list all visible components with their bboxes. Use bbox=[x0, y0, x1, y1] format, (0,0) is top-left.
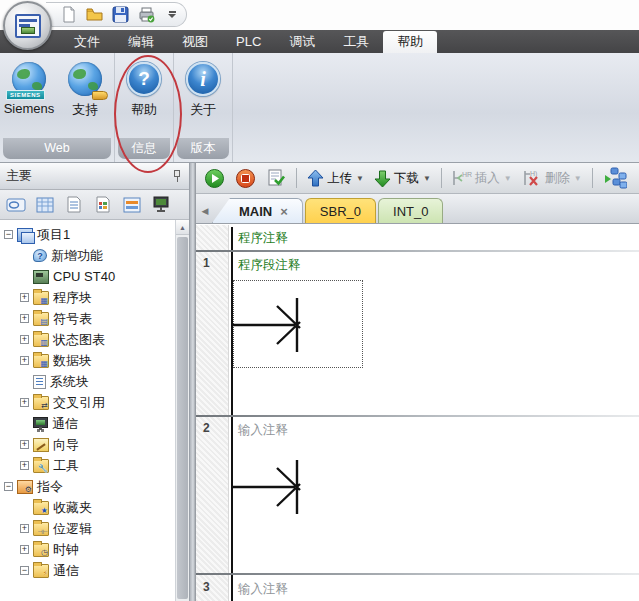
title-bar bbox=[0, 0, 639, 30]
communications-icon bbox=[33, 417, 48, 428]
tab-plc[interactable]: PLC bbox=[222, 30, 275, 53]
tree-item-project[interactable]: −项目1 bbox=[0, 224, 176, 245]
expander-icon[interactable]: − bbox=[4, 230, 13, 239]
tab-main[interactable]: MAIN × bbox=[212, 198, 303, 223]
tree-item-whats-new[interactable]: ?新增功能 bbox=[0, 245, 176, 266]
expander-icon[interactable]: + bbox=[20, 356, 29, 365]
editor-pane: 上传 ▼ 下载 ▼ HR 插入 ▼ H) 删除 ▼ bbox=[196, 163, 639, 601]
compile-button[interactable] bbox=[264, 167, 288, 189]
print-icon[interactable] bbox=[138, 6, 155, 23]
tree-item-system-block[interactable]: 系统块 bbox=[0, 371, 176, 392]
tree-item-bit-logic[interactable]: +⊣⊢位逻辑 bbox=[0, 518, 176, 539]
system-block-icon bbox=[33, 375, 46, 389]
status-chart-folder-icon: ▥ bbox=[33, 333, 49, 347]
data-block-view-icon[interactable] bbox=[91, 194, 115, 216]
siemens-web-button[interactable]: SIEMENS Siemens bbox=[2, 55, 56, 136]
new-file-icon[interactable] bbox=[60, 6, 77, 23]
tab-debug[interactable]: 调试 bbox=[275, 30, 329, 53]
pin-icon[interactable] bbox=[171, 169, 183, 183]
tab-int0[interactable]: INT_0 bbox=[378, 198, 443, 223]
data-block-folder-icon: ▦ bbox=[33, 354, 49, 368]
expander-icon[interactable]: − bbox=[4, 482, 13, 491]
application-menu-button[interactable] bbox=[3, 1, 52, 50]
scroll-up-icon[interactable]: ▲ bbox=[176, 220, 189, 235]
close-tab-icon[interactable]: × bbox=[280, 204, 288, 219]
svg-text:HR: HR bbox=[462, 171, 472, 178]
download-button[interactable]: 下载 ▼ bbox=[372, 168, 433, 189]
expander-icon[interactable]: + bbox=[20, 335, 29, 344]
network-overview-button[interactable] bbox=[601, 166, 629, 190]
ladder-cursor-arrow[interactable] bbox=[233, 294, 311, 356]
network-number-gutter bbox=[196, 225, 229, 601]
tree-item-clock[interactable]: +◷时钟 bbox=[0, 539, 176, 560]
expander-icon[interactable]: + bbox=[20, 314, 29, 323]
tree-item-instructions[interactable]: −⚙指令 bbox=[0, 476, 176, 497]
status-chart-view-icon[interactable] bbox=[62, 194, 86, 216]
compile-icon bbox=[266, 168, 286, 188]
tree-item-cross-reference[interactable]: +⇄交叉引用 bbox=[0, 392, 176, 413]
delete-network-button[interactable]: H) 删除 ▼ bbox=[520, 168, 584, 188]
tab-sbr0[interactable]: SBR_0 bbox=[305, 198, 376, 223]
expander-icon[interactable]: − bbox=[20, 566, 29, 575]
tools-folder-icon: 🔧 bbox=[33, 459, 49, 473]
ladder-editor[interactable]: 程序注释 1 程序段注释 2 输入注释 3 输入注释 bbox=[196, 225, 639, 601]
expander-icon[interactable]: + bbox=[20, 440, 29, 449]
tab-view[interactable]: 视图 bbox=[168, 30, 222, 53]
scrollbar-thumb[interactable] bbox=[177, 237, 188, 599]
about-button[interactable]: i 关于 bbox=[176, 55, 230, 136]
ribbon-group-version: i 关于 版本 bbox=[174, 53, 233, 162]
run-icon bbox=[204, 168, 225, 189]
expander-icon[interactable]: + bbox=[20, 545, 29, 554]
tree-item-cpu[interactable]: CPU ST40 bbox=[0, 266, 176, 287]
symbol-table-folder-icon: ▤ bbox=[33, 312, 49, 326]
stop-button[interactable] bbox=[233, 167, 258, 190]
tab-scroll-left-icon[interactable]: ◀ bbox=[198, 199, 212, 223]
tree-item-symbol-table[interactable]: +▤符号表 bbox=[0, 308, 176, 329]
upload-button[interactable]: 上传 ▼ bbox=[305, 168, 366, 189]
upload-dropdown-icon[interactable]: ▼ bbox=[356, 174, 364, 183]
ladder-cursor-arrow[interactable] bbox=[233, 456, 311, 518]
customize-quick-access-icon[interactable] bbox=[168, 11, 176, 18]
tree-item-data-block[interactable]: +▦数据块 bbox=[0, 350, 176, 371]
expander-icon[interactable]: + bbox=[20, 398, 29, 407]
help-button[interactable]: ? 帮助 bbox=[117, 55, 171, 136]
insert-network-icon: HR bbox=[452, 169, 472, 187]
cross-reference-view-icon[interactable] bbox=[120, 194, 144, 216]
download-dropdown-icon[interactable]: ▼ bbox=[423, 174, 431, 183]
program-editor-view-icon[interactable] bbox=[4, 194, 28, 216]
program-comment[interactable]: 程序注释 bbox=[238, 230, 288, 247]
network-2-comment[interactable]: 输入注释 bbox=[238, 422, 288, 439]
tree-item-comm-instructions[interactable]: −⚡通信 bbox=[0, 560, 176, 581]
tree-item-tools[interactable]: +🔧工具 bbox=[0, 455, 176, 476]
save-icon[interactable] bbox=[112, 6, 129, 23]
tree-item-status-chart[interactable]: +▥状态图表 bbox=[0, 329, 176, 350]
tree-item-wizards[interactable]: +向导 bbox=[0, 434, 176, 455]
ribbon-group-web: SIEMENS Siemens 支持 Web bbox=[0, 53, 115, 162]
siemens-globe-icon: SIEMENS bbox=[12, 62, 46, 96]
tab-file[interactable]: 文件 bbox=[60, 30, 114, 53]
run-button[interactable] bbox=[202, 167, 227, 190]
tree-item-communications[interactable]: 通信 bbox=[0, 413, 176, 434]
expander-icon[interactable]: + bbox=[20, 461, 29, 470]
wizard-icon bbox=[33, 438, 49, 452]
tree-item-favorites[interactable]: ★收藏夹 bbox=[0, 497, 176, 518]
insert-network-button[interactable]: HR 插入 ▼ bbox=[450, 168, 514, 188]
project-tree-panel: 主要 −项目1 ?新增功能 CPU ST40 +▦程序块 +▤符号表 +▥状态图… bbox=[0, 163, 190, 601]
network-1-comment[interactable]: 程序段注释 bbox=[238, 257, 301, 274]
open-file-icon[interactable] bbox=[86, 6, 103, 23]
support-button[interactable]: 支持 bbox=[58, 55, 112, 136]
tree-item-program-block[interactable]: +▦程序块 bbox=[0, 287, 176, 308]
ribbon-tab-bar: 文件 编辑 视图 PLC 调试 工具 帮助 bbox=[0, 30, 639, 53]
expander-icon[interactable]: + bbox=[20, 293, 29, 302]
network-3-comment[interactable]: 输入注释 bbox=[238, 581, 288, 598]
bit-logic-folder-icon: ⊣⊢ bbox=[33, 522, 49, 536]
tree-scrollbar[interactable]: ▲ bbox=[175, 220, 189, 601]
tab-tools[interactable]: 工具 bbox=[329, 30, 383, 53]
tab-edit[interactable]: 编辑 bbox=[114, 30, 168, 53]
symbol-table-view-icon[interactable] bbox=[33, 194, 57, 216]
view-switch-toolbar bbox=[0, 190, 189, 220]
tab-help[interactable]: 帮助 bbox=[383, 31, 437, 53]
expander-icon[interactable]: + bbox=[20, 524, 29, 533]
communications-view-icon[interactable] bbox=[149, 194, 173, 216]
editor-toolbar: 上传 ▼ 下载 ▼ HR 插入 ▼ H) 删除 ▼ bbox=[196, 163, 639, 194]
